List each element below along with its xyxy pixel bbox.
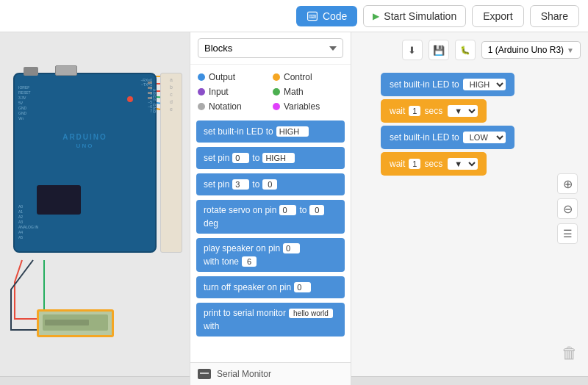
power-jack (24, 67, 38, 76)
bug-icon[interactable]: 🐛 (455, 40, 476, 60)
canvas-block-set-led-low[interactable]: set built-in LED to LOWHIGH (381, 126, 514, 149)
save-icon[interactable]: 💾 (429, 40, 449, 60)
export-label: Export (483, 10, 512, 22)
block-tone-val[interactable]: 6 (242, 256, 257, 267)
arduino-logo: ARDUINOUNO (62, 133, 107, 149)
blocks-list: set built-in LED to HIGHLOW set pin 012 … (190, 116, 351, 362)
output-dot (198, 73, 205, 81)
canvas-toolbar: ⬇ 💾 🐛 1 (Arduino Uno R3) ▼ (402, 40, 581, 60)
zoom-controls: ⊕ ⊖ ☰ (557, 173, 578, 244)
block-print-serial[interactable]: print to serial monitor hello world with (196, 303, 345, 337)
math-dot (273, 88, 280, 96)
code-label: Code (323, 10, 347, 22)
control-label: Control (284, 72, 312, 82)
play-icon: ▶ (373, 11, 379, 21)
serial-monitor-icon (198, 369, 211, 379)
usb-connector (55, 65, 77, 76)
canvas-block-wait1[interactable]: wait 1 secs ▼ (381, 99, 487, 123)
fit-button[interactable]: ☰ (557, 223, 578, 244)
block-turn-off-speaker[interactable]: turn off speaker on pin 0 (196, 276, 345, 298)
variables-label: Variables (284, 101, 320, 112)
block-set-led-text: set built-in LED to (204, 126, 273, 137)
canvas-led-low-dropdown[interactable]: LOWHIGH (463, 132, 506, 143)
canvas-led-high-dropdown[interactable]: HIGHLOW (463, 79, 506, 90)
led-indicator (127, 96, 133, 102)
lcd-display (37, 309, 114, 337)
canvas-secs1-dropdown[interactable]: ▼ (448, 105, 478, 117)
block-high-dropdown[interactable]: HIGHLOW (262, 153, 295, 163)
simulate-button[interactable]: ▶ Start Simulation (363, 5, 466, 27)
category-grid: Output Control Input Math Notation Varia… (190, 65, 351, 116)
canvas-scrollbar[interactable] (351, 376, 588, 385)
svg-text:⌨: ⌨ (309, 13, 316, 20)
canvas-wait2-val[interactable]: 1 (409, 159, 420, 169)
input-label: Input (209, 87, 229, 97)
block-set-led-dropdown[interactable]: HIGHLOW (276, 126, 309, 137)
digital-labels: ~RX=0~TX=12~34~5~67 (140, 78, 152, 113)
control-dot (273, 73, 280, 81)
output-label: Output (209, 72, 235, 82)
code-button[interactable]: ⌨ Code (296, 6, 357, 26)
category-input[interactable]: Input (198, 87, 268, 97)
canvas-blocks: set built-in LED to HIGHLOW wait 1 secs … (381, 73, 514, 176)
input-dot (198, 88, 205, 96)
category-math[interactable]: Math (273, 87, 343, 97)
lcd-screen (43, 314, 108, 331)
block-pin3-dropdown[interactable]: 345 (232, 179, 249, 190)
serial-monitor-label: Serial Monitor (217, 369, 271, 379)
category-variables[interactable]: Variables (273, 101, 343, 112)
serial-monitor-bar[interactable]: Serial Monitor (190, 362, 351, 385)
block-servo-pin-dropdown[interactable]: 0 (279, 205, 296, 215)
breadboard: a b c d e (160, 73, 182, 253)
block-pin0-dropdown[interactable]: 012 (232, 153, 249, 163)
arduino-board-body: ARDUINOUNO AREF GND IOREFRESET3.3V5VGNDG… (13, 73, 157, 253)
block-speaker-pin-dropdown[interactable]: 0 (283, 243, 300, 253)
block-servo-val[interactable]: 0 (309, 205, 324, 215)
blocks-panel: Blocks Output Control Input Math (190, 32, 351, 385)
canvas-wait1-val[interactable]: 1 (409, 106, 420, 116)
block-play-speaker[interactable]: play speaker on pin 0 with tone 6 (196, 238, 345, 272)
blocks-dropdown[interactable]: Blocks (198, 38, 343, 58)
ic-chip (37, 185, 81, 215)
device-arrow-icon: ▼ (567, 46, 574, 54)
canvas-block-wait2[interactable]: wait 1 secs ▼ (381, 152, 487, 176)
share-label: Share (541, 10, 568, 22)
zoom-out-button[interactable]: ⊖ (557, 198, 578, 219)
simulator-panel: ARDUINOUNO AREF GND IOREFRESET3.3V5VGNDG… (0, 32, 190, 385)
top-bar: ⌨ Code ▶ Start Simulation Export Share (0, 0, 588, 32)
block-set-pin-high[interactable]: set pin 012 to HIGHLOW (196, 147, 345, 169)
canvas-panel: ⬇ 💾 🐛 1 (Arduino Uno R3) ▼ set built-in … (351, 32, 588, 385)
simulate-label: Start Simulation (384, 10, 456, 22)
block-set-pin-val[interactable]: set pin 345 to 0 (196, 173, 345, 195)
block-set-led[interactable]: set built-in LED to HIGHLOW (196, 120, 345, 143)
trash-button[interactable]: 🗑 (562, 344, 578, 363)
zoom-in-button[interactable]: ⊕ (557, 173, 578, 194)
download-icon[interactable]: ⬇ (402, 40, 423, 60)
analog-labels: A0A1A2A3ANALOG INA4A5 (18, 204, 38, 240)
export-button[interactable]: Export (472, 5, 523, 27)
device-selector[interactable]: 1 (Arduino Uno R3) ▼ (481, 41, 581, 59)
device-label: 1 (Arduino Uno R3) (488, 45, 564, 55)
notation-label: Notation (209, 101, 242, 112)
math-label: Math (284, 87, 304, 97)
pin-labels: AREF GND (152, 89, 157, 114)
block-pin-val[interactable]: 0 (262, 179, 277, 190)
left-panel-scrollbar[interactable] (0, 376, 190, 385)
canvas-secs2-dropdown[interactable]: ▼ (448, 158, 478, 170)
board-labels: IOREFRESET3.3V5VGNDGNDVin (18, 85, 31, 121)
block-rotate-servo[interactable]: rotate servo on pin 0 to 0 deg (196, 200, 345, 234)
canvas-block-set-led-high[interactable]: set built-in LED to HIGHLOW (381, 73, 514, 96)
share-button[interactable]: Share (530, 5, 579, 27)
block-off-speaker-dropdown[interactable]: 0 (294, 282, 311, 292)
blocks-header: Blocks (190, 32, 351, 65)
notation-dot (198, 103, 205, 110)
variables-dot (273, 103, 280, 110)
code-icon: ⌨ (306, 10, 318, 22)
category-control[interactable]: Control (273, 72, 343, 82)
block-serial-val[interactable]: hello world (289, 309, 333, 318)
category-notation[interactable]: Notation (198, 101, 268, 112)
category-output[interactable]: Output (198, 72, 268, 82)
main-layout: ARDUINOUNO AREF GND IOREFRESET3.3V5VGNDG… (0, 32, 588, 385)
